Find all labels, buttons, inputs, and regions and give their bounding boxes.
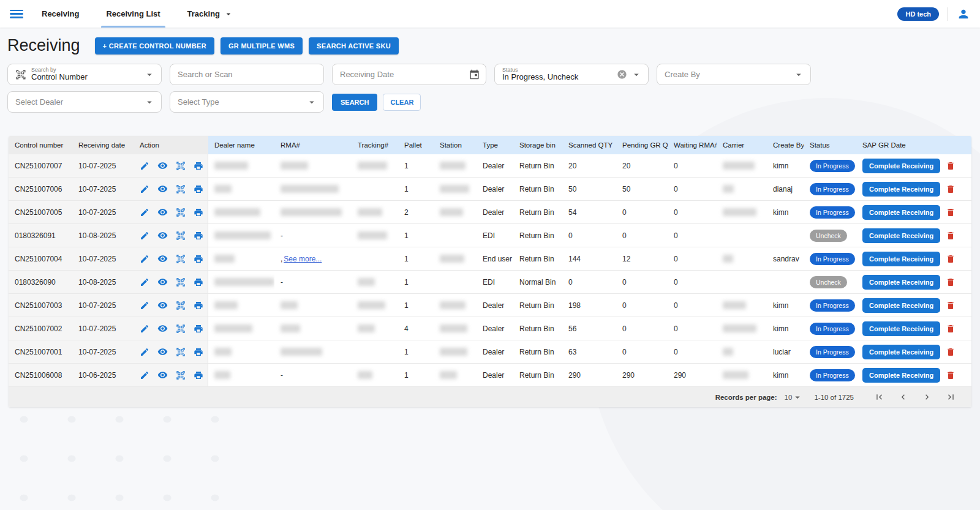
view-icon[interactable] [157,277,168,287]
delete-icon[interactable] [946,184,956,194]
search-active-sku-button[interactable]: SEARCH ACTIVE SKU [309,37,399,54]
print-icon[interactable] [194,184,203,194]
records-per-page-select[interactable]: 10 [785,392,804,403]
print-icon[interactable] [194,254,203,264]
edit-icon[interactable] [140,231,149,241]
print-icon[interactable] [194,231,203,241]
edit-icon[interactable] [140,184,149,194]
scan-icon[interactable] [176,370,186,380]
scan-icon[interactable] [176,277,186,287]
scan-icon[interactable] [176,184,186,194]
cell-sap-gr-date: Complete Receiving [856,294,971,317]
edit-icon[interactable] [140,254,149,264]
view-icon[interactable] [157,300,168,310]
cell-receiving-date: 10-07-2025 [72,247,134,270]
print-icon[interactable] [194,301,203,310]
delete-icon[interactable] [946,277,956,287]
view-icon[interactable] [157,370,168,380]
column-header-pending-gr-qty: Pending GR Qty [616,136,668,154]
print-icon[interactable] [194,208,203,217]
scan-icon[interactable] [176,301,186,310]
create-control-number-button[interactable]: + CREATE CONTROL NUMBER [95,37,214,54]
view-icon[interactable] [157,323,168,334]
complete-receiving-button[interactable]: Complete Receiving [862,252,940,266]
search-button[interactable]: SEARCH [332,94,377,111]
redacted-value [358,162,387,170]
cell-dealer-name [208,340,274,363]
previous-page-icon[interactable] [894,392,913,402]
tab-tracking[interactable]: Tracking [183,0,238,28]
complete-receiving-button[interactable]: Complete Receiving [862,228,940,243]
next-page-icon[interactable] [918,392,937,402]
view-icon[interactable] [157,347,168,357]
print-icon[interactable] [194,324,203,334]
select-type-select[interactable]: Select Type [170,91,324,113]
edit-icon[interactable] [140,301,149,310]
cell-control-number: CN251007006 [9,178,72,200]
scan-icon[interactable] [176,254,186,264]
print-icon[interactable] [194,347,203,357]
view-icon[interactable] [157,207,168,217]
menu-icon[interactable] [10,10,23,18]
receiving-date-input[interactable] [340,70,466,79]
last-page-icon[interactable] [941,392,960,402]
delete-icon[interactable] [946,254,956,264]
scan-icon[interactable] [176,208,186,217]
delete-icon[interactable] [946,370,956,380]
edit-icon[interactable] [140,277,149,287]
print-icon[interactable] [194,277,203,287]
view-icon[interactable] [157,160,168,171]
delete-icon[interactable] [946,301,956,310]
edit-icon[interactable] [140,161,149,171]
view-icon[interactable] [157,184,168,194]
complete-receiving-button[interactable]: Complete Receiving [862,159,940,173]
cell-rma [274,201,352,223]
scan-icon[interactable] [176,324,186,334]
complete-receiving-button[interactable]: Complete Receiving [862,321,940,336]
complete-receiving-button[interactable]: Complete Receiving [862,205,940,220]
cell-waiting-rma: 0 [668,294,717,317]
delete-icon[interactable] [946,231,956,241]
view-icon[interactable] [157,253,168,264]
scan-icon[interactable] [176,161,186,171]
cell-waiting-rma: 290 [668,364,717,386]
edit-icon[interactable] [140,324,149,334]
view-icon[interactable] [157,230,168,241]
print-icon[interactable] [194,370,203,380]
complete-receiving-button[interactable]: Complete Receiving [862,345,940,359]
clear-status-icon[interactable] [617,69,627,80]
scan-icon[interactable] [176,347,186,357]
edit-icon[interactable] [140,208,149,217]
first-page-icon[interactable] [870,392,889,402]
edit-icon[interactable] [140,347,149,357]
complete-receiving-button[interactable]: Complete Receiving [862,182,940,197]
nav-item-receiving[interactable]: Receiving [37,0,84,28]
complete-receiving-button[interactable]: Complete Receiving [862,298,940,313]
clear-button[interactable]: CLEAR [383,94,421,111]
calendar-icon[interactable] [469,69,480,80]
delete-icon[interactable] [946,347,956,357]
status-badge: In Progress [810,369,855,381]
gr-multiple-wms-button[interactable]: GR MULTIPLE WMS [221,37,303,54]
cell-storage-bin: Return Bin [513,364,562,386]
cell-tracking [352,364,398,386]
see-more-link[interactable]: See more... [284,255,322,263]
select-dealer-select[interactable]: Select Dealer [7,91,162,113]
delete-icon[interactable] [946,324,956,334]
search-or-scan-input[interactable] [178,70,317,79]
status-select[interactable]: Status In Progress, Uncheck [494,64,649,85]
complete-receiving-button[interactable]: Complete Receiving [862,275,940,290]
tab-receiving-list[interactable]: Receiving List [101,0,165,28]
edit-icon[interactable] [140,370,149,380]
complete-receiving-button[interactable]: Complete Receiving [862,368,940,383]
create-by-select[interactable]: Create By [657,64,811,85]
tenant-badge[interactable]: HD tech [897,7,939,21]
search-by-select[interactable]: Search by Control Number [7,64,162,85]
cell-create-by: dianaj [767,178,804,200]
scan-icon[interactable] [176,231,186,241]
page-header: Receiving + CREATE CONTROL NUMBER GR MUL… [0,28,980,61]
delete-icon[interactable] [946,208,956,217]
delete-icon[interactable] [946,161,956,171]
user-account-icon[interactable] [957,7,970,21]
print-icon[interactable] [194,161,203,171]
